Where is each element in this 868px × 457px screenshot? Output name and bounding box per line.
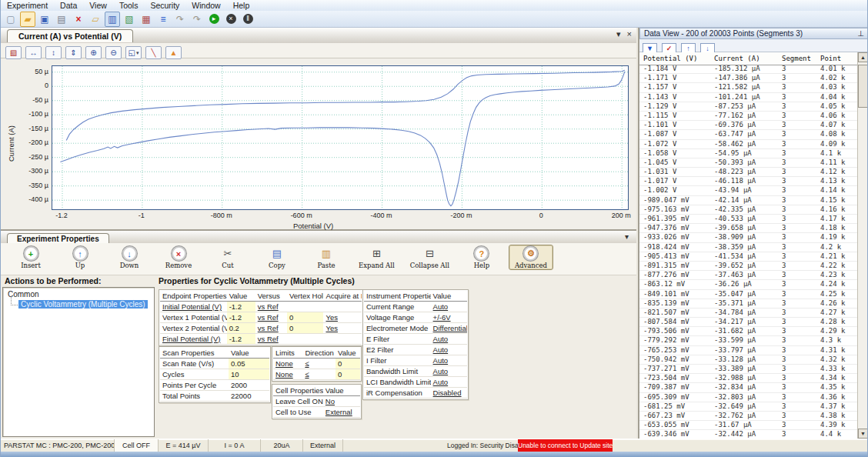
table-row[interactable]: -1.157 V-121.582 µA34.03 k (639, 83, 860, 92)
dropdown-arrow-icon[interactable]: ▾ (136, 50, 139, 56)
pin-icon[interactable]: ⊥ (857, 28, 864, 38)
table-row[interactable]: -863.12 mV-36.26 µA34.24 k (639, 280, 860, 289)
property-cell[interactable]: 0 (287, 323, 323, 334)
trace-select-icon[interactable]: ╲ (145, 46, 162, 59)
property-cell[interactable]: ≤ (302, 369, 336, 380)
property-cell[interactable]: Disabled (431, 388, 467, 399)
undo-icon[interactable]: ↷ (172, 12, 188, 27)
table-row[interactable]: -750.942 mV-33.128 µA34.32 k (639, 355, 860, 365)
menu-help[interactable]: Help (227, 1, 256, 10)
save-icon[interactable]: ▣ (37, 12, 52, 27)
delete-icon[interactable]: × (71, 12, 86, 27)
property-cell[interactable]: External (323, 407, 360, 418)
menu-data[interactable]: Data (54, 1, 83, 10)
property-cell[interactable]: vs Ref (255, 323, 287, 334)
column-header[interactable]: Point (816, 55, 860, 62)
table-row[interactable]: -975.163 mV-42.335 µA34.16 k (639, 205, 860, 215)
autoscale-x-icon[interactable]: ↔ (25, 46, 42, 59)
table-row[interactable]: -1.002 V-43.94 µA34.14 k (639, 186, 860, 195)
pane-close-icon[interactable]: × (627, 29, 632, 38)
table-row[interactable]: -821.507 mV-34.784 µA34.27 k (639, 309, 860, 318)
notebook-view-icon[interactable]: ▥ (105, 12, 120, 27)
copy-button[interactable]: ▤Copy (255, 245, 299, 270)
table-row[interactable]: -1.171 V-147.386 µA34.02 k (639, 74, 860, 83)
property-cell[interactable]: 0 (336, 359, 360, 369)
property-cell[interactable]: 0.2 (227, 323, 255, 334)
table-row[interactable]: -667.23 mV-32.762 µA34.38 k (639, 412, 860, 421)
scroll-up-icon[interactable]: ▲ (858, 52, 868, 62)
property-cell[interactable]: -1.2 (227, 334, 255, 345)
table-row[interactable]: -918.424 mV-38.359 µA34.2 k (639, 243, 860, 252)
table-row[interactable]: -1.115 V-77.162 µA34.06 k (639, 112, 860, 121)
property-cell[interactable]: vs Ref (255, 334, 287, 345)
properties-menu-icon[interactable]: ▾ (625, 232, 629, 241)
menu-view[interactable]: View (83, 1, 113, 10)
property-cell[interactable]: Auto (431, 345, 467, 355)
overlay-graph-icon[interactable]: ▦ (139, 12, 154, 27)
property-cell[interactable]: None (273, 359, 302, 369)
graph-view-icon[interactable]: ▧ (122, 12, 137, 27)
down-button[interactable]: ↓Down (107, 245, 152, 270)
edit-folder-icon[interactable]: ▱ (88, 12, 103, 27)
property-cell[interactable]: Yes (323, 312, 362, 323)
table-row[interactable]: -933.026 mV-38.909 µA34.19 k (639, 233, 860, 242)
table-row[interactable]: -793.506 mV-31.682 µA34.29 k (639, 327, 860, 336)
table-row[interactable]: -1.101 V-69.376 µA34.07 k (639, 121, 860, 130)
table-row[interactable]: -989.047 mV-42.14 µA34.15 k (639, 196, 860, 205)
table-row[interactable]: -653.055 mV-31.67 µA34.39 k (639, 421, 860, 430)
table-row[interactable]: -723.504 mV-32.988 µA34.34 k (639, 374, 860, 383)
table-row[interactable]: -1.129 V-87.253 µA34.05 k (639, 102, 860, 112)
table-row[interactable]: -961.395 mV-40.533 µA34.17 k (639, 215, 860, 224)
column-header[interactable]: Segment (778, 55, 816, 62)
menu-tools[interactable]: Tools (113, 1, 145, 10)
table-row[interactable]: -681.25 mV-32.649 µA34.37 k (639, 402, 860, 412)
column-header[interactable]: Potential (V) (639, 55, 710, 62)
redo-icon[interactable]: ↷ (189, 12, 205, 27)
property-cell[interactable]: Yes (323, 323, 362, 334)
property-cell[interactable]: ≤ (302, 359, 336, 369)
table-row[interactable]: -835.139 mV-35.371 µA34.26 k (639, 299, 860, 309)
open-file-icon[interactable]: ▰ (20, 12, 35, 27)
scroll-thumb[interactable] (858, 65, 868, 108)
property-cell[interactable]: Differential (431, 323, 467, 334)
table-row[interactable]: -1.058 V-54.95 µA34.1 k (639, 149, 860, 158)
table-row[interactable]: -1.184 V-185.312 µA34.01 k (639, 65, 860, 74)
table-row[interactable]: -695.309 mV-32.803 µA34.36 k (639, 393, 860, 402)
table-row[interactable]: -639.346 mV-32.442 µA34.4 k (639, 430, 860, 439)
zoom-in-icon[interactable]: ⊕ (85, 46, 102, 59)
table-row[interactable]: -1.072 V-58.462 µA34.09 k (639, 140, 860, 149)
property-cell[interactable]: -1.2 (227, 312, 255, 323)
table-row[interactable]: -1.143 V-101.241 µA34.04 k (639, 93, 860, 102)
remove-button[interactable]: ×Remove (156, 245, 201, 270)
table-row[interactable]: -1.045 V-50.393 µA34.11 k (639, 158, 860, 168)
table-row[interactable]: -947.376 mV-39.658 µA34.18 k (639, 224, 860, 233)
property-cell[interactable]: Final Potential (V) (160, 334, 227, 345)
data-view-scrollbar[interactable]: ▲ ▼ (857, 52, 868, 439)
table-row[interactable]: -737.271 mV-33.389 µA34.33 k (639, 365, 860, 374)
menu-experiment[interactable]: Experiment (1, 1, 54, 10)
property-cell[interactable]: No (323, 396, 360, 407)
pause-icon[interactable]: ‖ (240, 12, 255, 27)
table-row[interactable]: -905.413 mV-41.534 µA34.21 k (639, 252, 860, 262)
table-row[interactable]: -1.087 V-63.747 µA34.08 k (639, 130, 860, 139)
new-document-icon[interactable]: ▢ (3, 12, 18, 27)
property-cell[interactable]: vs Ref (255, 302, 287, 312)
scroll-down-icon[interactable]: ▼ (858, 429, 868, 439)
tab-experiment-properties[interactable]: Experiment Properties (7, 233, 109, 244)
zoom-out-icon[interactable]: ⊖ (105, 46, 122, 59)
table-row[interactable]: -807.584 mV-34.217 µA34.28 k (639, 318, 860, 327)
plot-area[interactable] (52, 65, 629, 210)
property-cell[interactable]: None (273, 369, 302, 380)
table-row[interactable]: -891.315 mV-39.652 µA34.22 k (639, 262, 860, 271)
autoscale-y-icon[interactable]: ↕ (45, 46, 62, 59)
property-cell[interactable]: +/-6V (431, 312, 467, 323)
autoscale-both-icon[interactable]: ⇕ (65, 46, 82, 59)
property-cell[interactable]: 0.05 (229, 359, 269, 369)
property-cell[interactable]: 10 (229, 369, 269, 380)
tab-current-vs-potential[interactable]: Current (A) vs Potential (V) (7, 29, 133, 42)
property-cell[interactable]: Auto (431, 334, 467, 345)
advanced-button[interactable]: ⚙Advanced (509, 245, 553, 270)
property-cell[interactable]: Initial Potential (V) (160, 302, 227, 312)
help-button[interactable]: ?Help (459, 245, 504, 270)
table-row[interactable]: -709.387 mV-32.834 µA34.35 k (639, 383, 860, 392)
